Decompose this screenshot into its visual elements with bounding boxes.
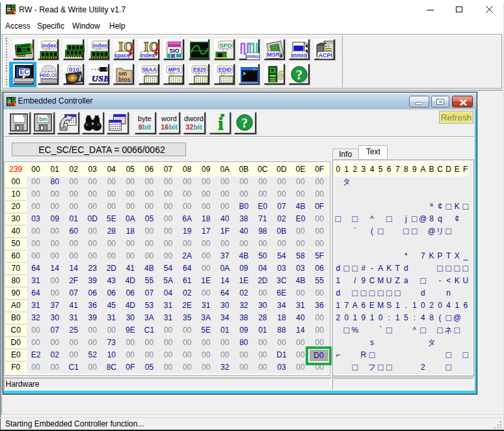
svg-text:EC: EC xyxy=(20,68,29,76)
svg-text:bin: bin xyxy=(39,115,47,122)
svg-text:index: index xyxy=(140,51,154,58)
svg-text:index: index xyxy=(92,42,107,48)
svg-text:mmio: mmio xyxy=(291,51,308,58)
svg-text:SPD: SPD xyxy=(219,41,232,48)
svg-text:?: ? xyxy=(296,68,302,82)
svg-text:E820: E820 xyxy=(193,66,206,73)
svg-text:SIO: SIO xyxy=(170,47,180,53)
svg-text:HDD,CD: HDD,CD xyxy=(40,73,58,78)
svg-text:MPS: MPS xyxy=(168,66,181,73)
svg-text:ACPI: ACPI xyxy=(318,52,332,59)
svg-text:bios: bios xyxy=(118,76,131,83)
svg-text:55AA: 55AA xyxy=(142,66,157,73)
svg-text:010: 010 xyxy=(69,66,79,73)
svg-text:index: index xyxy=(42,42,57,48)
svg-text:smbus: smbus xyxy=(245,53,260,59)
svg-text:MSR: MSR xyxy=(267,51,280,58)
svg-text:USB: USB xyxy=(92,74,110,83)
svg-text:?: ? xyxy=(241,116,247,130)
svg-text:space: space xyxy=(114,51,130,58)
svg-text:EDID: EDID xyxy=(218,66,231,73)
